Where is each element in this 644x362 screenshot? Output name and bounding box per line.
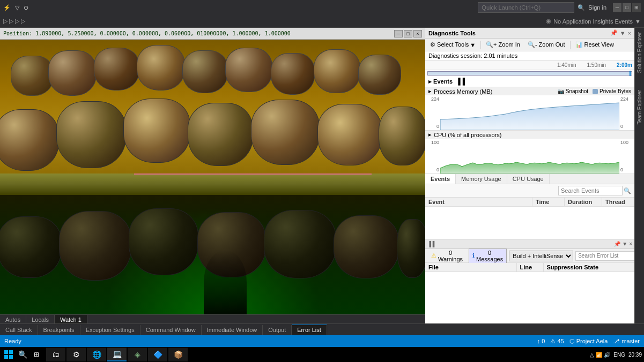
timeline-marker xyxy=(630,71,631,76)
svg-rect-3 xyxy=(9,355,13,359)
git-branch: ⎇ master xyxy=(613,338,640,345)
diag-menu-btn[interactable]: ▼ xyxy=(620,29,626,36)
scene-bottom xyxy=(0,195,425,314)
pause-btn[interactable]: ▐▐ xyxy=(456,78,465,85)
memory-expand-icon[interactable]: ▸ xyxy=(428,88,432,95)
taskbar-app-6[interactable]: 🔷 xyxy=(148,348,167,361)
search-taskbar[interactable]: 🔍 xyxy=(16,348,29,361)
dark-mug-7 xyxy=(397,219,425,278)
task-view-btn[interactable]: ⊞ xyxy=(30,348,43,361)
tl-label-200: 2:00m xyxy=(617,62,632,68)
error-close-btn[interactable]: × xyxy=(629,241,632,247)
bottom-tab-immediate[interactable]: Immediate Window xyxy=(202,325,263,335)
diag-titlebar: Diagnostic Tools 📌 ▼ × xyxy=(425,28,634,39)
maximize-button[interactable]: □ xyxy=(623,3,631,12)
signin-area: Sign in xyxy=(588,4,606,11)
error-menu-btn[interactable]: ▼ xyxy=(622,241,627,247)
mug-10 xyxy=(0,109,59,171)
tl-label-140: 1:40min xyxy=(557,62,576,68)
taskbar-app-3[interactable]: 🌐 xyxy=(87,348,106,361)
signin-label[interactable]: Sign in xyxy=(588,4,606,11)
dropdown-icon[interactable]: ▼ xyxy=(635,18,641,25)
taskbar-app-7[interactable]: 📦 xyxy=(168,348,188,361)
timeline-area: 1:40min 1:50min 2:00m ▸ Events ▐▐ xyxy=(425,61,634,87)
pink-line xyxy=(134,174,372,175)
cpu-title: CPU (% of all processors) xyxy=(434,132,502,138)
solution-explorer-label[interactable]: Solution Explorer xyxy=(635,30,643,75)
bottom-tab-errorlist[interactable]: Error List xyxy=(292,325,327,335)
events-search-input[interactable] xyxy=(558,186,623,195)
search-icon[interactable]: 🔍 xyxy=(578,4,585,11)
warnings-btn[interactable]: ⚠ 0 Warnings xyxy=(427,248,467,263)
cpu-chart-header: ▸ CPU (% of all processors) xyxy=(425,131,634,139)
taskbar-app-2[interactable]: ⚙ xyxy=(66,348,86,361)
events-search-icon[interactable]: 🔍 xyxy=(624,187,631,194)
filter-icon: ▽ xyxy=(15,4,19,11)
diag-pin-btn[interactable]: 📌 xyxy=(610,29,618,36)
session-label: Diagnostics session: 2:01 minutes xyxy=(425,51,634,61)
select-tools-btn[interactable]: ⚙ Select Tools ▼ xyxy=(427,40,478,49)
mug-7 xyxy=(271,53,315,95)
taskbar-app-5[interactable]: ◈ xyxy=(128,348,147,361)
app-insights-label: No Application Insights Events xyxy=(553,18,633,25)
game-minimize-btn[interactable]: ─ xyxy=(394,30,403,37)
solution-explorer-icon[interactable]: ⊞ xyxy=(632,3,641,12)
error-count-val: 0 xyxy=(542,338,545,344)
taskbar: 🔍 ⊞ 🗂 ⚙ 🌐 💻 ◈ 🔷 📦 △ 📶 🔊 ENG 20:39 xyxy=(0,347,644,362)
diag-close-btn[interactable]: × xyxy=(628,29,631,36)
eth-file: File xyxy=(425,263,517,272)
taskbar-app-1[interactable]: 🗂 xyxy=(46,348,65,361)
team-explorer-label[interactable]: Team Explorer xyxy=(635,88,643,126)
game-close-btn[interactable]: × xyxy=(413,30,422,37)
game-maximize-btn[interactable]: □ xyxy=(404,30,412,37)
warning-count: ⚠ 45 xyxy=(550,338,564,345)
debug-tab-locals[interactable]: Locals xyxy=(26,315,55,323)
zoom-in-btn[interactable]: 🔍+ Zoom In xyxy=(483,40,523,49)
bottom-tab-callstack[interactable]: Call Stack xyxy=(0,325,38,335)
timeline-ruler: 1:40min 1:50min 2:00m xyxy=(425,61,634,70)
timeline-selection[interactable] xyxy=(427,71,632,76)
tab-memory-usage[interactable]: Memory Usage xyxy=(456,174,507,184)
memory-chart-header: ▸ Process Memory (MB) 📷 Snapshot Private… xyxy=(425,87,634,95)
tab-cpu-usage[interactable]: CPU Usage xyxy=(507,174,550,184)
wifi-icon: 📶 xyxy=(596,352,602,358)
debug-tabs-bar: Autos Locals Watch 1 xyxy=(0,314,425,323)
memory-title: Process Memory (MB) xyxy=(434,88,492,95)
zoom-out-btn[interactable]: 🔍- Zoom Out xyxy=(525,40,568,49)
bottom-tab-output[interactable]: Output xyxy=(263,325,292,335)
error-table-header: File Line Suppression State xyxy=(425,263,634,272)
svg-rect-0 xyxy=(4,350,8,354)
events-search-bar: 🔍 xyxy=(425,184,634,198)
divider-2 xyxy=(570,41,571,49)
bottom-tab-exceptions[interactable]: Exception Settings xyxy=(80,325,140,335)
cpu-y-right: 100 0 xyxy=(619,139,634,174)
diag-tabs-bar: Events Memory Usage CPU Usage xyxy=(425,174,634,184)
error-search-input[interactable] xyxy=(575,251,634,261)
snapshot-icon: 📷 xyxy=(558,88,564,94)
error-pin-btn[interactable]: 📌 xyxy=(614,241,620,247)
minimize-button[interactable]: ─ xyxy=(613,3,621,12)
right-section: Diagnostic Tools 📌 ▼ × ⚙ Select Tools ▼ … xyxy=(425,28,644,323)
start-button[interactable] xyxy=(2,348,15,361)
cpu-expand-icon[interactable]: ▸ xyxy=(428,131,432,138)
debug-tab-autos[interactable]: Autos xyxy=(0,315,26,323)
tray-1: △ xyxy=(590,352,594,358)
tab-events[interactable]: Events xyxy=(425,174,456,184)
messages-btn[interactable]: ℹ 0 Messages xyxy=(469,248,507,263)
mug-15 xyxy=(317,104,382,165)
clock: 20:39 xyxy=(628,352,642,358)
build-filter[interactable]: Build + IntelliSense xyxy=(509,251,573,261)
th-thread: Thread xyxy=(602,198,634,206)
bottom-tab-command[interactable]: Command Window xyxy=(140,325,202,335)
dark-mug-6 xyxy=(334,215,399,278)
memory-svg xyxy=(440,95,619,130)
bottom-tab-breakpoints[interactable]: Breakpoints xyxy=(38,325,80,335)
debug-tab-watch1[interactable]: Watch 1 xyxy=(55,315,87,323)
project-icon: ⬡ xyxy=(569,338,575,345)
status-bar: Ready ↑ 0 ⚠ 45 ⬡ Project Aela ⎇ master xyxy=(0,335,644,347)
quick-launch-input[interactable] xyxy=(478,2,574,13)
reset-view-btn[interactable]: 📊 Reset View xyxy=(573,40,617,49)
taskbar-app-4[interactable]: 💻 xyxy=(107,348,127,361)
top-bar: ⚡ ▽ ⊙ 🔍 Sign in ─ □ ⊞ xyxy=(0,0,644,15)
events-table-header: Event Time Duration Thread xyxy=(425,198,634,207)
